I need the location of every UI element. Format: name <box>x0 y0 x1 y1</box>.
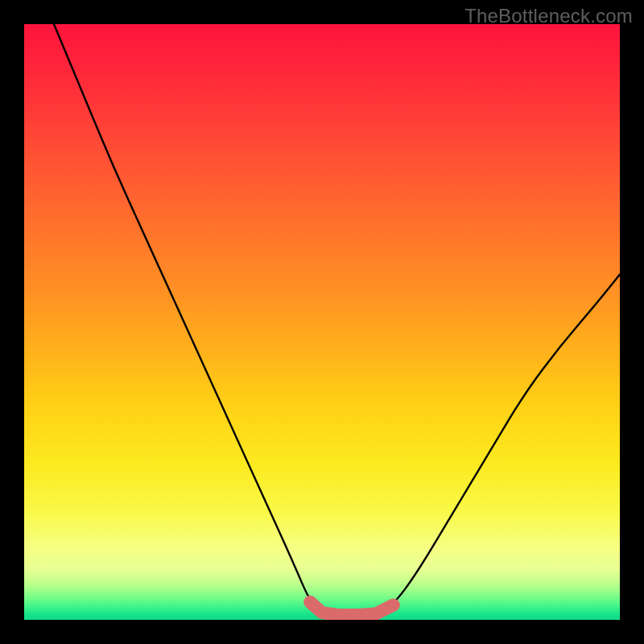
watermark-text: TheBottleneck.com <box>464 5 633 27</box>
chart-minimum-band <box>310 602 394 615</box>
chart-curve-path <box>54 24 620 615</box>
chart-minimum-lead-dot <box>308 600 320 612</box>
chart-svg <box>24 24 620 620</box>
chart-plot-area <box>24 24 620 620</box>
chart-minimum-markers <box>308 600 394 615</box>
